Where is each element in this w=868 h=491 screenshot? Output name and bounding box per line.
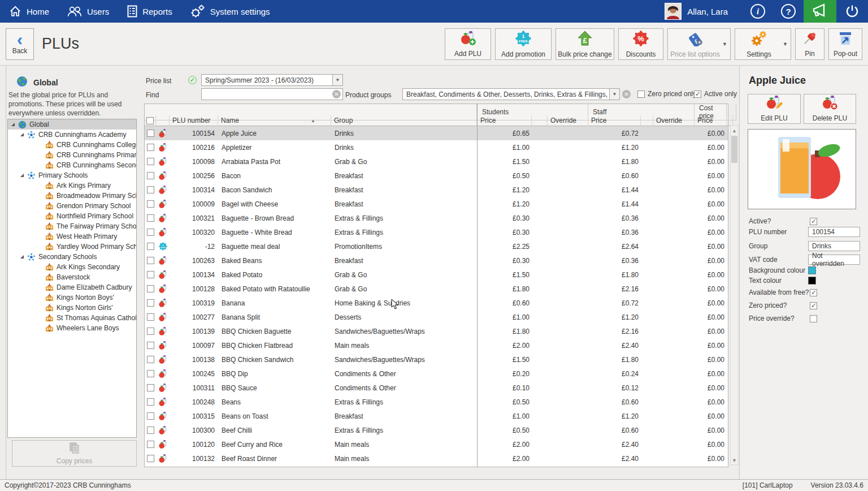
- cell-staff-override[interactable]: [653, 437, 695, 451]
- cell-student-price[interactable]: £2.00: [477, 451, 532, 466]
- tree-item[interactable]: The Fairway Primary School: [8, 221, 136, 231]
- price-override-checkbox[interactable]: [810, 315, 817, 322]
- power-button[interactable]: [836, 0, 868, 23]
- row-checkbox[interactable]: [145, 225, 156, 239]
- tree-item[interactable]: Kings Norton Boys': [8, 292, 136, 303]
- cell-staff-price[interactable]: £0.72: [588, 126, 641, 140]
- cell-student-price[interactable]: £0.30: [477, 211, 532, 225]
- cell-staff-override[interactable]: [653, 338, 695, 352]
- cell-staff-price[interactable]: £2.16: [588, 324, 641, 338]
- tree-item[interactable]: St Thomas Aquinas Catholic: [8, 313, 136, 323]
- cell-staff-price[interactable]: £1.44: [588, 183, 641, 197]
- cell-student-price[interactable]: £1.80: [477, 324, 532, 338]
- cell-student-override[interactable]: [548, 296, 588, 310]
- cell-staff-override[interactable]: [653, 239, 695, 253]
- tree-item[interactable]: Primary Schools: [8, 170, 136, 180]
- cell-student-price[interactable]: £0.65: [477, 126, 532, 140]
- table-row[interactable]: 100120Beef Curry and RiceMain meals£2.00…: [145, 437, 728, 451]
- table-row[interactable]: 100315Beans on ToastBreakfast£1.00£1.20£…: [145, 409, 728, 423]
- cell-staff-price[interactable]: £2.64: [588, 239, 641, 253]
- table-row[interactable]: 100009Bagel with CheeseBreakfast£1.20£1.…: [145, 197, 728, 211]
- col-group[interactable]: Group: [331, 115, 477, 126]
- table-row[interactable]: 100277Banana SplitDesserts£1.00£1.20£0.0…: [145, 310, 728, 324]
- row-checkbox[interactable]: [145, 451, 156, 466]
- cell-staff-override[interactable]: [653, 126, 695, 140]
- pop-out-button[interactable]: Pop-out: [828, 28, 862, 60]
- cell-student-override[interactable]: [548, 126, 588, 140]
- settings-button[interactable]: Settings ▼: [735, 28, 791, 60]
- cell-staff-override[interactable]: [653, 154, 695, 169]
- row-checkbox[interactable]: [145, 367, 156, 381]
- cell-student-price[interactable]: £1.50: [477, 352, 532, 367]
- cell-staff-override[interactable]: [653, 451, 695, 466]
- cell-staff-override[interactable]: [653, 197, 695, 211]
- col-cost-price[interactable]: Price: [695, 115, 727, 126]
- tree-item[interactable]: CRB Cunninghams Academy: [8, 130, 136, 140]
- cell-staff-override[interactable]: [653, 225, 695, 239]
- cell-student-override[interactable]: [548, 437, 588, 451]
- info-icon[interactable]: i: [750, 4, 765, 19]
- cell-staff-override[interactable]: [653, 367, 695, 381]
- cell-student-override[interactable]: [548, 183, 588, 197]
- cell-student-override[interactable]: [548, 451, 588, 466]
- cell-student-price[interactable]: £2.00: [477, 437, 532, 451]
- cell-student-override[interactable]: [548, 409, 588, 423]
- tree-item[interactable]: Secondary Schools: [8, 252, 136, 262]
- cell-staff-override[interactable]: [653, 211, 695, 225]
- cell-student-price[interactable]: £0.50: [477, 423, 532, 437]
- nav-system-settings[interactable]: System settings: [181, 0, 279, 23]
- scroll-down-icon[interactable]: ▼: [731, 456, 738, 464]
- cell-staff-price[interactable]: £0.60: [588, 423, 641, 437]
- cell-student-override[interactable]: [548, 268, 588, 282]
- row-checkbox[interactable]: [145, 381, 156, 395]
- tree-item[interactable]: West Heath Primary: [8, 231, 136, 242]
- tree-expander-icon[interactable]: [11, 123, 15, 126]
- cell-staff-override[interactable]: [653, 253, 695, 268]
- cell-staff-price[interactable]: £1.20: [588, 409, 641, 423]
- row-checkbox[interactable]: [145, 395, 156, 409]
- cell-student-override[interactable]: [548, 253, 588, 268]
- table-row[interactable]: 100319BananaHome Baking & Sundries£0.60£…: [145, 296, 728, 310]
- row-checkbox[interactable]: [145, 253, 156, 268]
- row-checkbox[interactable]: [145, 338, 156, 352]
- row-checkbox[interactable]: [145, 126, 156, 140]
- find-input[interactable]: ✕: [201, 88, 343, 100]
- cell-staff-price[interactable]: £1.20: [588, 140, 641, 154]
- cell-student-price[interactable]: £2.00: [477, 338, 532, 352]
- group-input[interactable]: Drinks: [808, 241, 860, 251]
- table-row[interactable]: 100321Baguette - Brown BreadExtras & Fil…: [145, 211, 728, 225]
- row-checkbox[interactable]: [145, 211, 156, 225]
- row-checkbox[interactable]: [145, 282, 156, 296]
- copy-prices-button[interactable]: Copy prices: [12, 440, 137, 467]
- cell-staff-override[interactable]: [653, 395, 695, 409]
- table-row[interactable]: 100216AppletizerDrinks£1.00£1.20£0.00: [145, 140, 728, 154]
- table-row[interactable]: 100139BBQ Chicken BaguetteSandwiches/Bag…: [145, 324, 728, 338]
- tree-item[interactable]: Broadmeadow Primary Sch...: [8, 191, 136, 201]
- cell-student-price[interactable]: £0.60: [477, 296, 532, 310]
- user-avatar[interactable]: [665, 3, 682, 20]
- cell-staff-override[interactable]: [653, 296, 695, 310]
- cell-student-override[interactable]: [548, 140, 588, 154]
- cell-student-price[interactable]: £0.10: [477, 381, 532, 395]
- col-plu-number[interactable]: PLU number: [170, 115, 218, 126]
- cell-student-price[interactable]: £1.20: [477, 197, 532, 211]
- cell-student-override[interactable]: [548, 154, 588, 169]
- tree-item[interactable]: CRB Cunninghams Primary: [8, 150, 136, 160]
- row-checkbox[interactable]: [145, 409, 156, 423]
- table-row[interactable]: 100300Beef ChilliExtras & Fillings£0.50£…: [145, 423, 728, 437]
- col-staff-price[interactable]: Price: [588, 115, 641, 126]
- bulk-price-change-button[interactable]: £ Bulk price change: [555, 28, 614, 60]
- nav-home[interactable]: Home: [0, 0, 58, 23]
- cell-staff-override[interactable]: [653, 381, 695, 395]
- table-vertical-scrollbar[interactable]: ▲ ▼: [730, 126, 739, 465]
- cell-staff-override[interactable]: [653, 140, 695, 154]
- cell-staff-price[interactable]: £0.36: [588, 211, 641, 225]
- nav-reports[interactable]: Reports: [118, 0, 181, 23]
- dropdown-arrow-icon[interactable]: ▼: [722, 41, 727, 47]
- edit-plu-button[interactable]: Edit PLU: [748, 94, 801, 124]
- nav-users[interactable]: Users: [58, 0, 118, 23]
- row-checkbox[interactable]: [145, 239, 156, 253]
- cell-student-price[interactable]: £0.50: [477, 169, 532, 183]
- scroll-up-icon[interactable]: ▲: [731, 126, 738, 135]
- cell-student-override[interactable]: [548, 239, 588, 253]
